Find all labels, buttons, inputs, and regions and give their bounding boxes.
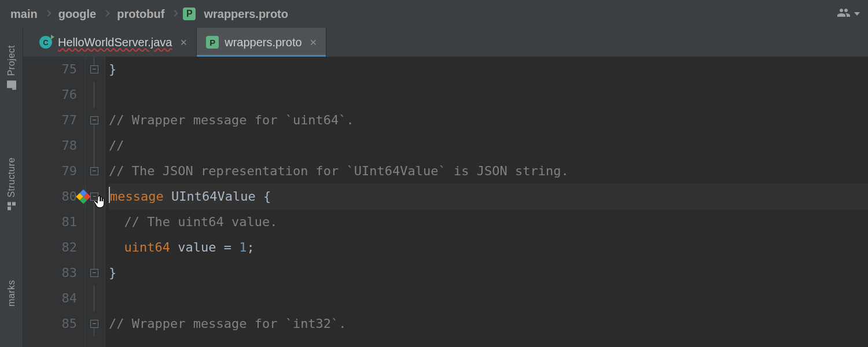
- breadcrumb-part[interactable]: google: [56, 8, 99, 21]
- code-line[interactable]: uint64 value = 1;: [109, 235, 868, 260]
- breadcrumb-part[interactable]: main: [8, 8, 40, 21]
- breadcrumb-file[interactable]: wrappers.proto: [201, 8, 290, 21]
- fold-cell[interactable]: [86, 235, 105, 260]
- tool-strip: Project Structure marks: [0, 28, 23, 347]
- code-line[interactable]: // Wrapper message for `int32`.: [109, 311, 868, 337]
- tool-bookmarks-label: marks: [6, 280, 17, 307]
- gutter-line[interactable]: 82: [23, 235, 77, 260]
- gutter-line[interactable]: 75: [23, 57, 77, 82]
- gutter-line[interactable]: 76: [23, 82, 77, 108]
- code-line[interactable]: }: [109, 260, 868, 286]
- fold-cell[interactable]: [86, 82, 105, 108]
- gutter-line[interactable]: 79: [23, 158, 77, 184]
- tab-hello-world-server[interactable]: C HelloWorldServer.java ×: [30, 28, 197, 57]
- tab-label: HelloWorldServer.java: [58, 36, 172, 49]
- gutter-line[interactable]: 78: [23, 133, 77, 158]
- fold-cell[interactable]: −: [86, 311, 105, 337]
- gutter-line[interactable]: 85: [23, 311, 77, 337]
- tool-structure[interactable]: Structure: [6, 157, 17, 210]
- class-java-icon: C: [39, 36, 52, 49]
- tab-bar: C HelloWorldServer.java × P wrappers.pro…: [23, 28, 868, 57]
- fold-cell[interactable]: −: [86, 57, 105, 82]
- collaborators-icon[interactable]: [837, 6, 851, 23]
- code-line[interactable]: [109, 286, 868, 311]
- fold-column[interactable]: −−−−−−: [86, 57, 105, 347]
- fold-toggle-icon[interactable]: −: [90, 167, 98, 175]
- fold-cell[interactable]: −: [86, 158, 105, 184]
- tab-wrappers-proto[interactable]: P wrappers.proto ×: [197, 28, 326, 57]
- fold-cell[interactable]: −: [86, 260, 105, 286]
- fold-toggle-icon[interactable]: −: [90, 193, 98, 201]
- fold-toggle-icon[interactable]: −: [90, 320, 98, 328]
- code-area[interactable]: }// Wrapper message for `uint64`.//// Th…: [105, 57, 868, 347]
- code-line[interactable]: message UInt64Value {: [109, 184, 868, 209]
- chevron-right-icon: [45, 10, 51, 16]
- tool-project-label: Project: [6, 45, 17, 76]
- code-line[interactable]: // Wrapper message for `uint64`.: [109, 108, 868, 133]
- gutter-line[interactable]: 77: [23, 108, 77, 133]
- code-line[interactable]: }: [109, 57, 868, 82]
- code-editor[interactable]: 7576777879808182838485 −−−−−− }// Wrappe…: [23, 57, 868, 347]
- fold-toggle-icon[interactable]: −: [90, 269, 98, 277]
- gutter-line[interactable]: 80: [23, 184, 77, 209]
- close-icon[interactable]: ×: [308, 36, 317, 49]
- gutter-line[interactable]: 81: [23, 209, 77, 235]
- breadcrumb: main google protobuf P wrappers.proto: [0, 0, 868, 28]
- structure-icon: [8, 202, 16, 211]
- fold-toggle-icon[interactable]: −: [90, 116, 98, 124]
- chevron-right-icon: [104, 10, 110, 16]
- code-line[interactable]: [109, 82, 868, 108]
- fold-cell[interactable]: [86, 286, 105, 311]
- proto-file-icon: P: [183, 8, 196, 20]
- tool-project[interactable]: Project: [6, 45, 17, 88]
- folder-icon: [7, 80, 16, 88]
- chevron-down-icon[interactable]: [854, 12, 860, 16]
- code-line[interactable]: // The JSON representation for `UInt64Va…: [109, 158, 868, 184]
- tool-structure-label: Structure: [6, 157, 17, 197]
- tool-bookmarks[interactable]: marks: [6, 280, 17, 307]
- code-line[interactable]: // The uint64 value.: [109, 209, 868, 235]
- gutter-line[interactable]: 83: [23, 260, 77, 286]
- tab-label: wrappers.proto: [225, 36, 301, 49]
- breadcrumb-part[interactable]: protobuf: [115, 8, 167, 21]
- fold-cell[interactable]: [86, 209, 105, 235]
- fold-toggle-icon[interactable]: −: [90, 65, 98, 73]
- proto-file-icon: P: [206, 36, 219, 49]
- gutter-line[interactable]: 84: [23, 286, 77, 311]
- close-icon[interactable]: ×: [178, 36, 187, 49]
- fold-cell[interactable]: −: [86, 108, 105, 133]
- fold-cell[interactable]: [86, 133, 105, 158]
- code-line[interactable]: //: [109, 133, 868, 158]
- fold-cell[interactable]: −: [86, 184, 105, 209]
- gutter[interactable]: 7576777879808182838485: [23, 57, 86, 347]
- chevron-right-icon: [172, 10, 178, 16]
